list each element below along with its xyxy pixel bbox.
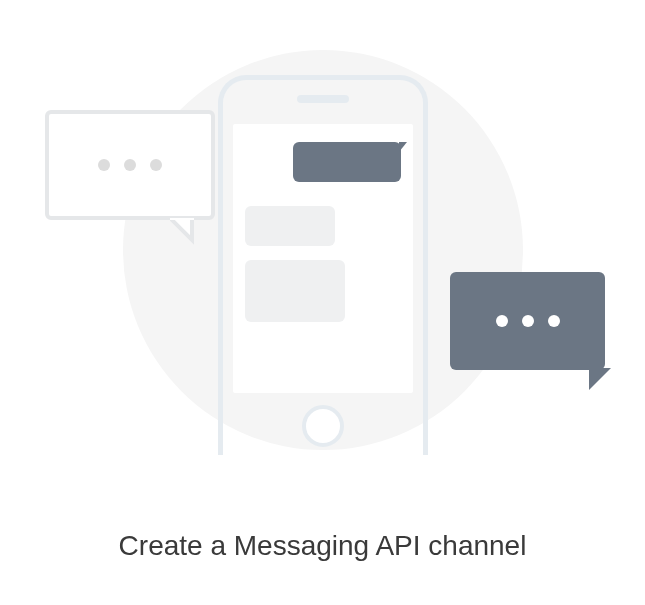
- dot-icon: [496, 315, 508, 327]
- chat-bubble-received: [245, 260, 345, 322]
- phone-screen: [233, 124, 413, 393]
- svg-rect-1: [170, 218, 194, 220]
- phone-icon: [218, 75, 428, 455]
- dot-icon: [150, 159, 162, 171]
- messaging-api-illustration: [0, 0, 645, 490]
- chat-bubble-sent: [293, 142, 401, 182]
- chat-bubble-received: [245, 206, 335, 246]
- card-title: Create a Messaging API channel: [0, 530, 645, 562]
- svg-marker-0: [170, 218, 192, 240]
- dot-icon: [522, 315, 534, 327]
- dot-icon: [124, 159, 136, 171]
- svg-marker-2: [589, 368, 611, 390]
- speech-bubble-outline-icon: [45, 110, 215, 220]
- speech-bubble-filled-icon: [450, 272, 605, 370]
- dot-icon: [548, 315, 560, 327]
- dot-icon: [98, 159, 110, 171]
- phone-home-button: [302, 405, 344, 447]
- phone-speaker: [297, 95, 349, 103]
